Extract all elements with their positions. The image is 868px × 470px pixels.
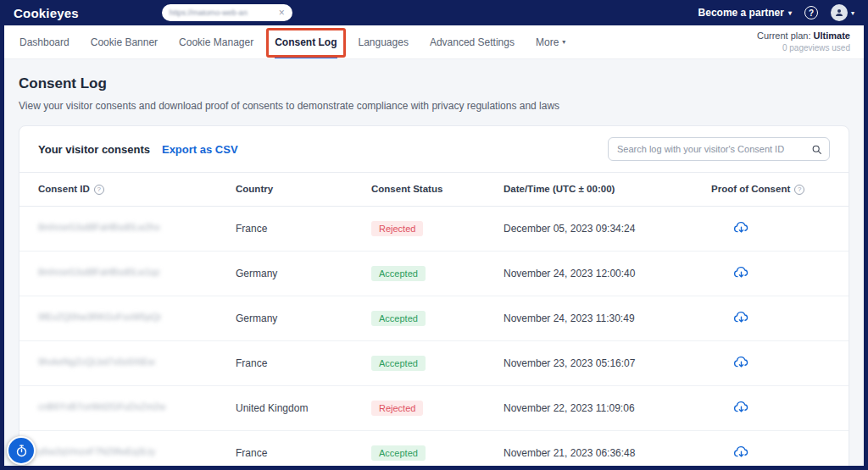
country: France [236,447,267,459]
cookieyes-revisit-widget[interactable] [7,436,36,465]
consent-id: p5w2qVmzxF7N29fwEq3Lty [38,446,155,456]
col-proof: Proof of Consent? [711,173,849,207]
search-wrap [608,137,830,161]
table-row: p5w2qVmzxF7N29fwEq3Lty France Accepted N… [19,430,849,466]
datetime: November 24, 2023 11:30:49 [504,312,635,324]
country: United Kingdom [236,402,308,414]
cookieyes-logo: Cookieyes [14,6,79,20]
nav-tab[interactable]: Languages ▾ [359,25,409,58]
nav-tab[interactable]: Dashboard ▾ [19,25,70,58]
cloud-download-icon [733,264,749,280]
stopwatch-icon [14,444,29,458]
consent-id: 9hvkeNgZcQLbd7x5s9XtEw [38,357,155,367]
account-menu[interactable]: ▾ [831,4,854,21]
chevron-down-icon: ▾ [851,9,854,17]
status-badge: Accepted [371,356,426,371]
table-row: cnB6YxB7ceWd2GFuDxZm2w United Kingdom Re… [19,385,849,430]
consent-id: 9fEvZQ0hw3RKGvFsxW5pQr [38,312,161,322]
card-header: Your visitor consents Export as CSV [19,126,849,172]
datetime: November 21, 2023 06:36:48 [504,447,635,459]
col-consent-id: Consent ID? [19,173,236,207]
datetime: November 24, 2023 12:00:40 [504,268,635,279]
download-proof-button[interactable] [711,264,749,280]
nav-tab[interactable]: Cookie Banner ▾ [91,25,158,58]
consent-id: 8mhrse0Jsd8FaHBsd0Lw2hx [38,222,160,232]
status-badge: Accepted [371,266,426,281]
download-proof-button[interactable] [711,444,749,460]
download-proof-button[interactable] [711,219,749,235]
cloud-download-icon [733,354,749,370]
consent-search-input[interactable] [608,137,830,161]
col-datetime: Date/Time (UTC ± 00:00) [504,173,711,207]
status-badge: Rejected [371,221,423,236]
consent-id: cnB6YxB7ceWd2GFuDxZm2w [38,401,165,412]
nav-tab-label: Cookie Banner [91,36,158,48]
country: Germany [236,268,277,279]
table-row: 8mhrse0Jsd8FaHBsd0Lw1qz Germany Accepted… [19,251,849,296]
search-icon [811,143,822,158]
nav-tab-label: More [536,36,559,48]
consent-table-body: 8mhrse0Jsd8FaHBsd0Lw2hx France Rejected … [19,206,849,466]
help-icon[interactable]: ? [794,185,804,195]
status-badge: Rejected [371,401,423,416]
datetime: November 23, 2023 05:16:07 [504,357,635,369]
nav-tab[interactable]: Cookie Manager ▾ [179,25,253,58]
person-icon [834,8,844,18]
topbar-actions: Become a partner ▾ ? ▾ [698,4,854,21]
consent-table: Consent ID? Country Consent Status Date/… [19,172,849,466]
status-badge: Accepted [371,445,426,461]
col-country: Country [236,173,371,207]
nav-tab-label: Languages [359,36,409,48]
nav-tabs: Dashboard ▾ Cookie Banner ▾ Cookie Manag… [19,25,587,58]
help-icon[interactable]: ? [94,185,104,195]
help-icon[interactable]: ? [804,6,818,19]
page-subtitle: View your visitor consents and download … [19,100,849,112]
current-plan: Current plan: Ultimate [757,30,850,42]
pageviews-used: 0 pageviews used [757,42,850,54]
cloud-download-icon [733,309,749,325]
consent-id: 8mhrse0Jsd8FaHBsd0Lw1qz [38,267,160,277]
table-row: 9hvkeNgZcQLbd7x5s9XtEw France Accepted N… [19,340,849,385]
download-proof-button[interactable] [711,354,749,370]
app-frame: Dashboard ▾ Cookie Banner ▾ Cookie Manag… [4,25,864,466]
cloud-download-icon [733,219,749,235]
consent-log-card: Your visitor consents Export as CSV Cons… [19,125,849,466]
become-partner-button[interactable]: Become a partner ▾ [698,7,792,19]
nav-tab-label: Cookie Manager [179,36,253,48]
become-partner-label: Become a partner [698,7,784,19]
country: Germany [236,312,277,324]
col-consent-status: Consent Status [371,173,504,207]
cloud-download-icon [733,399,749,415]
chevron-down-icon: ▾ [562,38,565,46]
site-url-text: https://matomo-web-an [170,8,274,17]
plan-value: Ultimate [814,30,850,41]
datetime: December 05, 2023 09:34:24 [504,223,635,235]
nav-bar: Dashboard ▾ Cookie Banner ▾ Cookie Manag… [4,25,864,59]
main-content: Consent Log View your visitor consents a… [4,59,864,466]
datetime: November 22, 2023 11:09:06 [504,402,635,414]
status-badge: Accepted [371,311,426,326]
table-header-row: Consent ID? Country Consent Status Date/… [19,173,849,207]
chevron-down-icon: ▾ [788,9,792,17]
country: France [236,223,267,235]
site-url-pill[interactable]: https://matomo-web-an × [162,4,292,21]
plan-info: Current plan: Ultimate 0 pageviews used [757,30,850,54]
nav-tab-label: Advanced Settings [430,36,515,48]
close-icon[interactable]: × [279,8,285,18]
avatar [831,4,848,21]
download-proof-button[interactable] [711,399,749,415]
table-row: 8mhrse0Jsd8FaHBsd0Lw2hx France Rejected … [19,206,849,251]
nav-tab-label: Dashboard [19,36,70,48]
table-row: 9fEvZQ0hw3RKGvFsxW5pQr Germany Accepted … [19,296,849,340]
nav-tab-label: Consent Log [275,36,337,48]
cloud-download-icon [733,444,749,460]
top-bar: Cookieyes https://matomo-web-an × Become… [0,0,868,25]
page-title: Consent Log [19,75,849,92]
country: France [236,357,267,369]
export-csv-button[interactable]: Export as CSV [162,143,238,156]
card-title: Your visitor consents [38,143,150,156]
nav-tab[interactable]: More ▾ [536,25,565,58]
nav-tab[interactable]: Advanced Settings ▾ [430,25,515,58]
download-proof-button[interactable] [711,309,749,325]
nav-tab[interactable]: Consent Log ▾ [275,25,337,58]
